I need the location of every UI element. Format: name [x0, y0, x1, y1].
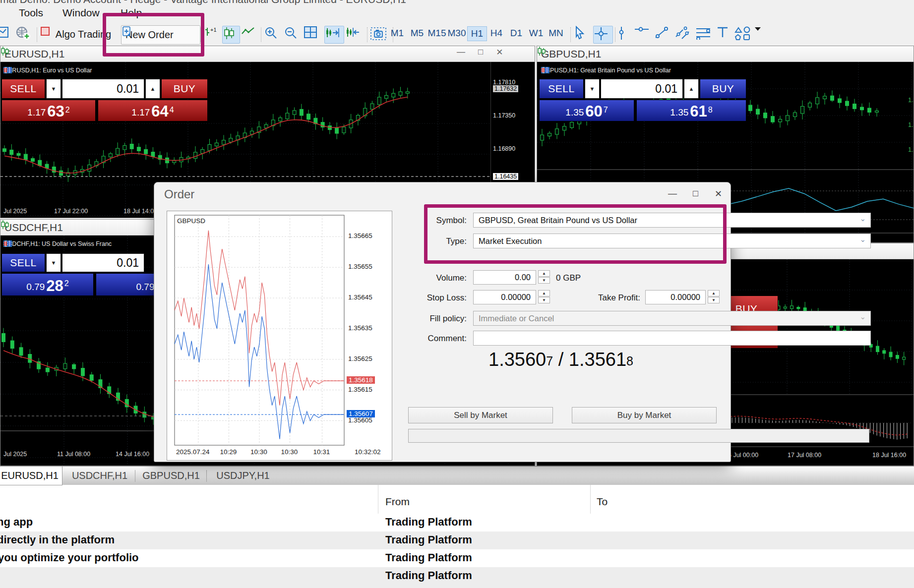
fibonacci-icon[interactable]	[694, 26, 714, 43]
gbpusd-sell-button[interactable]: SELL	[539, 79, 584, 99]
window-gbpusd-titlebar[interactable]: GBPUSD,H1	[537, 46, 914, 62]
tab-eurusd[interactable]: EURUSD,H1	[0, 467, 62, 485]
volume-spinner[interactable]: ▲▼	[538, 270, 550, 284]
gbpusd-buy-button[interactable]: BUY	[700, 79, 746, 99]
eurusd-volume-down[interactable]: ▼	[46, 79, 61, 99]
price-scale-label: 1.17632	[493, 85, 518, 92]
tf-m15-button[interactable]: M15	[427, 28, 446, 39]
buy-by-market-button[interactable]: Buy by Market	[572, 407, 717, 423]
eurusd-volume-input[interactable]: 0.01	[62, 79, 144, 99]
window-eurusd-controls: — □ ✕	[457, 47, 503, 58]
bars-chart-icon[interactable]: +1	[204, 26, 221, 43]
zoom-out-icon[interactable]	[284, 26, 302, 43]
trendline-icon[interactable]	[654, 26, 672, 43]
eurusd-volume-up[interactable]: ▲	[145, 79, 160, 99]
stop-loss-input[interactable]: 0.00000	[473, 290, 536, 304]
usdchf-bid-price[interactable]: 0.79282	[1, 273, 94, 296]
eurusd-ask-price[interactable]: 1.17644	[98, 100, 208, 121]
comment-input[interactable]	[473, 331, 871, 346]
candle-symbol-icon	[537, 46, 546, 56]
usdchf-volume-down[interactable]: ▼	[46, 253, 61, 272]
tf-m30-button[interactable]: M30	[447, 28, 466, 39]
volume-input[interactable]: 0.00	[473, 270, 536, 285]
usdchf-xaxis-label: Jul 2025	[3, 451, 27, 458]
table-row[interactable]: ng app Trading Platform	[0, 514, 914, 532]
tab-usdjpy[interactable]: USDJPY,H1	[210, 467, 276, 485]
tick-axis-label: 1.35665	[348, 232, 372, 239]
table-row[interactable]: Trading Platform	[0, 567, 914, 588]
horizontal-line-icon[interactable]	[634, 26, 652, 43]
tab-gbpusd[interactable]: GBPUSD,H1	[139, 467, 203, 485]
tf-h4-button[interactable]: H4	[487, 28, 506, 39]
screenshot-icon[interactable]	[370, 26, 390, 43]
crosshair-icon[interactable]	[593, 26, 613, 44]
eurusd-bid-price[interactable]: 1.17632	[1, 100, 96, 121]
gbpusd-ask-price[interactable]: 1.35618	[636, 100, 746, 121]
vertical-line-icon[interactable]	[618, 26, 632, 43]
candlestick-chart-icon[interactable]	[222, 26, 240, 44]
usdchf-volume-input[interactable]: 0.01	[62, 253, 144, 272]
dialog-maximize-icon[interactable]: □	[693, 188, 698, 199]
menu-tools[interactable]: Tools	[19, 7, 43, 19]
tf-m1-button[interactable]: M1	[388, 28, 407, 39]
annotation-symbol-type	[424, 204, 727, 264]
minimize-icon[interactable]: —	[457, 47, 465, 58]
dialog-minimize-icon[interactable]: —	[668, 188, 677, 199]
tick-axis-label: 10:32:02	[355, 448, 381, 456]
gbpusd-volume-up[interactable]: ▲	[684, 79, 699, 99]
fill-policy-select: Immediate or Cancel⌄	[473, 311, 871, 326]
table-row[interactable]: you optimize your portfolio Trading Plat…	[0, 549, 914, 568]
volume-info: 0 GBP	[556, 273, 615, 283]
dialog-close-icon[interactable]: ✕	[715, 188, 722, 199]
chevron-down-icon: ⌄	[859, 235, 866, 244]
text-icon[interactable]	[716, 26, 732, 43]
eurusd-sell-button[interactable]: SELL	[1, 79, 45, 99]
line-chart-icon[interactable]	[241, 26, 258, 43]
close-icon[interactable]: ✕	[496, 47, 503, 58]
take-profit-input[interactable]: 0.00000	[645, 290, 706, 304]
sell-by-market-button[interactable]: Sell by Market	[408, 407, 553, 423]
maximize-icon[interactable]: □	[478, 47, 483, 58]
table-header-to: To	[597, 496, 608, 508]
eurusd-xaxis-label: Jul 2025	[3, 208, 27, 215]
chart-window-icon[interactable]	[0, 26, 11, 43]
cursor-icon[interactable]	[573, 26, 591, 43]
order-dialog-title: Order	[164, 187, 194, 201]
menu-window[interactable]: Window	[62, 7, 100, 19]
tf-d1-button[interactable]: D1	[507, 28, 526, 39]
tick-axis-label: 10:30	[250, 448, 267, 456]
tick-axis-label: 1.35635	[348, 324, 372, 332]
tab-usdchf[interactable]: USDCHF,H1	[67, 467, 132, 485]
shapes-icon[interactable]	[734, 26, 754, 43]
tf-m5-button[interactable]: M5	[408, 28, 427, 39]
tf-mn-button[interactable]: MN	[547, 28, 565, 39]
table-header-from: From	[385, 496, 410, 508]
take-profit-spinner[interactable]: ▲▼	[708, 290, 720, 303]
tile-windows-icon[interactable]	[304, 26, 321, 43]
comment-label: Comment:	[377, 334, 467, 344]
zoom-in-icon[interactable]	[264, 26, 282, 43]
chart-shift-icon[interactable]	[345, 26, 364, 43]
tick-axis-label: 1.35645	[348, 294, 372, 301]
tf-h1-button[interactable]: H1	[467, 26, 487, 41]
eurusd-buy-button[interactable]: BUY	[161, 79, 208, 99]
window-usdchf-title: USDCHF,H1	[4, 222, 63, 234]
channel-icon[interactable]	[674, 26, 693, 43]
stop-loss-spinner[interactable]: ▲▼	[538, 290, 550, 303]
candle-symbol-icon	[0, 46, 9, 56]
usdchf-sell-button[interactable]: SELL	[1, 253, 45, 272]
tick-axis-label: 10:30	[281, 448, 298, 456]
expert-advisor-icon[interactable]	[15, 26, 33, 43]
tick-axis-label: 2025.07.24	[176, 448, 210, 456]
gbpusd-volume-input[interactable]: 0.01	[601, 79, 683, 99]
more-dropdown-icon[interactable]	[754, 26, 766, 43]
price-scale-label: 1.16890	[493, 145, 515, 152]
window-eurusd-titlebar[interactable]: EURUSD,H1 — □ ✕	[0, 46, 535, 62]
auto-scroll-icon[interactable]	[324, 26, 344, 44]
algo-trading-icon[interactable]	[40, 26, 55, 43]
gbpusd-bid-price[interactable]: 1.35607	[539, 100, 634, 121]
tf-w1-button[interactable]: W1	[527, 28, 546, 39]
gbpusd-volume-down[interactable]: ▼	[585, 79, 600, 99]
table-row[interactable]: directly in the platform Trading Platfor…	[0, 531, 914, 550]
window-eurusd-title: EURUSD,H1	[4, 48, 64, 60]
